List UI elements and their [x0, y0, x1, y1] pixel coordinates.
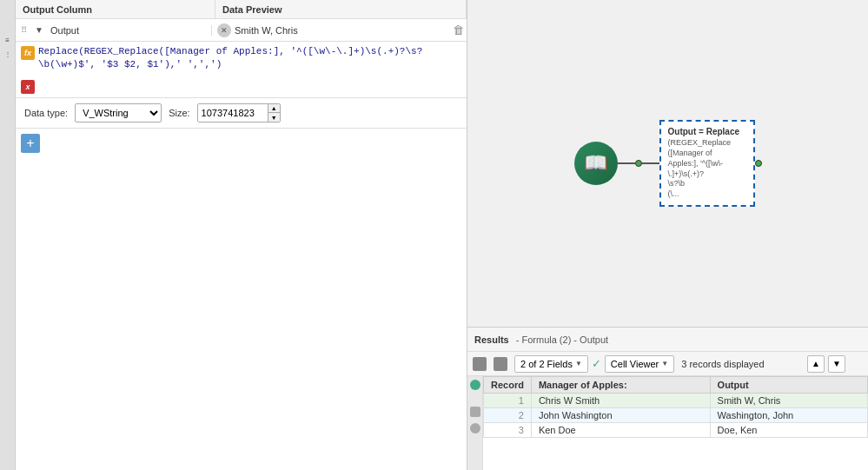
status-icon-3 — [470, 423, 480, 434]
formula-row-2: x — [16, 76, 467, 97]
connector-dot-2 — [755, 160, 762, 167]
datatype-label: Data type: — [24, 108, 68, 118]
formula-text[interactable]: Replace(REGEX_Replace([Manager of Apples… — [38, 45, 461, 72]
col-header-output: Output — [710, 377, 867, 394]
datatype-select[interactable]: V_WString — [75, 103, 162, 122]
drag-handle[interactable]: ⠿ — [16, 25, 31, 35]
preview-text: Smith W, Chris — [235, 25, 298, 36]
left-thin-sidebar: ≡ ⋮ — [0, 0, 16, 470]
formula-node[interactable]: Output = Replace (REGEX_Replace([Manager… — [659, 120, 755, 206]
right-panel: 📖 Output = Replace (REGEX_Replace([Manag… — [467, 0, 868, 470]
size-input-wrap: ▲ ▼ — [197, 103, 281, 122]
book-node-icon: 📖 — [574, 142, 618, 185]
formula-row-1: fx Replace(REGEX_Replace([Manager of App… — [16, 42, 467, 76]
cell-record-num: 2 — [484, 408, 532, 423]
connector-line-1 — [618, 162, 635, 164]
formula-node-preview: (REGEX_Replace([Manager ofApples:], '^([… — [668, 138, 746, 199]
output-column-header: Output Column — [16, 0, 215, 18]
nav-up-button[interactable]: ▲ — [807, 355, 825, 373]
results-panel: Results - Formula (2) - Output 2 of 2 Fi… — [467, 327, 868, 470]
table-row[interactable]: 3 Ken Doe Doe, Ken — [484, 423, 868, 438]
size-arrows: ▲ ▼ — [268, 104, 280, 122]
size-input[interactable] — [198, 104, 268, 122]
size-label: Size: — [169, 108, 189, 118]
nav-down-button[interactable]: ▼ — [828, 355, 845, 373]
preview-value-area: ✕ Smith W, Chris — [212, 23, 449, 37]
expand-button[interactable]: ▼ — [31, 25, 47, 35]
table-row[interactable]: 2 John Washington Washington, John — [484, 408, 868, 423]
records-count: 3 records displayed — [681, 359, 764, 369]
status-icon-2 — [470, 407, 480, 417]
left-panel: Output Column Data Preview ⠿ ▼ Output ✕ … — [16, 0, 467, 470]
sidebar-icon-1[interactable]: ≡ — [3, 35, 13, 45]
formula-icon-fx: fx — [21, 46, 35, 60]
formula-node-title: Output = Replace — [668, 127, 746, 136]
size-up-arrow[interactable]: ▲ — [268, 104, 280, 114]
data-preview-header: Data Preview — [215, 0, 467, 18]
size-down-arrow[interactable]: ▼ — [268, 113, 280, 122]
cell-manager: Chris W Smith — [531, 394, 710, 408]
cell-manager: John Washington — [531, 408, 710, 423]
connector-2 — [755, 160, 762, 167]
viewer-label: Cell Viewer — [611, 359, 659, 369]
results-title: Results — [474, 334, 509, 345]
formula-area: fx Replace(REGEX_Replace([Manager of App… — [16, 42, 467, 98]
connector-dot-1 — [635, 160, 642, 167]
fields-caret-icon: ▼ — [575, 360, 582, 367]
results-header: Results - Formula (2) - Output — [467, 328, 868, 352]
cell-record-num: 1 — [484, 394, 532, 408]
input-node[interactable]: 📖 — [574, 142, 618, 185]
check-icon: ✓ — [592, 357, 601, 370]
clear-button[interactable]: ✕ — [217, 23, 231, 37]
panel-header: Output Column Data Preview — [16, 0, 467, 19]
output-field-name: Output — [47, 25, 212, 36]
results-toolbar: 2 of 2 Fields ▼ ✓ Cell Viewer ▼ 3 record… — [467, 352, 868, 376]
col-header-manager: Manager of Apples: — [531, 377, 710, 394]
toolbar-list-icon[interactable] — [473, 357, 487, 371]
datatype-row: Data type: V_WString Size: ▲ ▼ — [16, 98, 467, 129]
fields-label: 2 of 2 Fields — [520, 359, 573, 369]
connector-line-2 — [642, 162, 659, 164]
col-header-record: Record — [484, 377, 532, 394]
canvas-area: 📖 Output = Replace (REGEX_Replace([Manag… — [467, 0, 868, 327]
cell-viewer-button[interactable]: Cell Viewer ▼ — [605, 355, 674, 373]
cell-output: Doe, Ken — [710, 423, 867, 438]
add-field-button[interactable]: + — [21, 134, 40, 153]
results-left-icons — [467, 376, 483, 470]
cell-record-num: 3 — [484, 423, 532, 438]
connector-1 — [618, 160, 659, 167]
status-icon-1 — [470, 380, 480, 390]
results-table: Record Manager of Apples: Output 1 Chris… — [483, 376, 868, 470]
output-row: ⠿ ▼ Output ✕ Smith W, Chris 🗑 — [16, 19, 467, 42]
cell-output: Smith W, Chris — [710, 394, 867, 408]
cell-output: Washington, John — [710, 408, 867, 423]
delete-button[interactable]: 🗑 — [449, 23, 467, 36]
fields-dropdown-button[interactable]: 2 of 2 Fields ▼ — [514, 355, 588, 373]
cell-manager: Ken Doe — [531, 423, 710, 438]
canvas-nodes: 📖 Output = Replace (REGEX_Replace([Manag… — [574, 120, 762, 206]
results-subtitle: - Formula (2) - Output — [516, 334, 608, 345]
formula-icon-x: x — [21, 80, 35, 94]
table-row[interactable]: 1 Chris W Smith Smith W, Chris — [484, 394, 868, 408]
toolbar-grid-icon[interactable] — [494, 357, 507, 371]
viewer-caret-icon: ▼ — [661, 360, 668, 367]
data-table: Record Manager of Apples: Output 1 Chris… — [483, 376, 868, 438]
results-body: Record Manager of Apples: Output 1 Chris… — [467, 376, 868, 470]
sidebar-icon-2[interactable]: ⋮ — [3, 49, 13, 59]
